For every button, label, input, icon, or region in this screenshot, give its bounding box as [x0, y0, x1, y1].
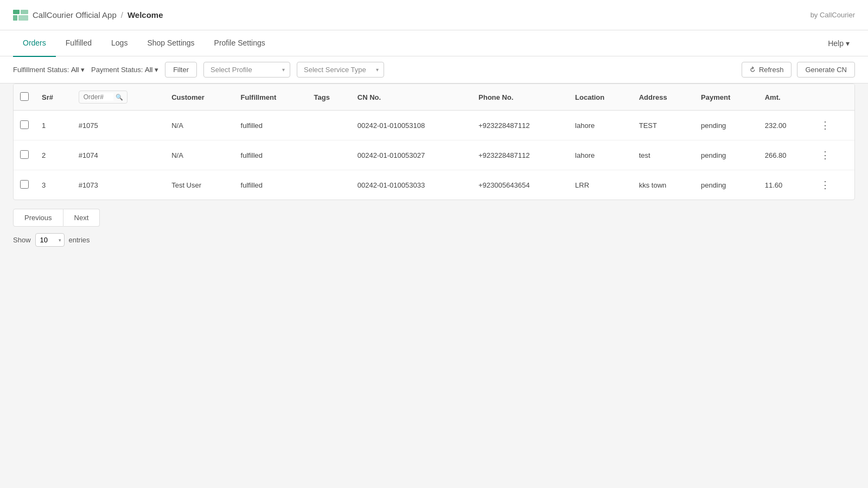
cell-tags [308, 170, 351, 200]
svg-rect-1 [21, 10, 28, 14]
col-header-phone: Phone No. [472, 84, 569, 111]
cell-sr: 3 [35, 170, 72, 200]
col-header-sr: Sr# [35, 84, 72, 111]
cell-customer: N/A [165, 111, 234, 140]
tab-profile-settings[interactable]: Profile Settings [205, 30, 275, 57]
col-header-customer: Customer [165, 84, 234, 111]
cell-amt: 266.80 [758, 140, 810, 170]
cell-actions: ⋮ [810, 170, 854, 200]
cell-cn-no: 00242-01-010053033 [351, 170, 472, 200]
refresh-button[interactable]: ↻ Refresh [742, 62, 792, 78]
help-chevron-icon: ▾ [846, 39, 850, 48]
cell-address: test [633, 140, 694, 170]
cell-actions: ⋮ [810, 111, 854, 140]
cell-fulfillment: fulfilled [234, 170, 308, 200]
cell-amt: 232.00 [758, 111, 810, 140]
col-header-fulfillment: Fulfillment [234, 84, 308, 111]
select-profile-dropdown[interactable]: Select Profile [203, 62, 290, 78]
row-checkbox-cell [14, 140, 35, 170]
orders-table-wrapper: Sr# 🔍 Customer Fulfillment Tags CN No. P… [13, 84, 855, 200]
entries-select[interactable]: 10 25 50 100 [35, 233, 65, 247]
help-label: Help [828, 39, 844, 48]
order-search-input[interactable] [84, 93, 113, 101]
cell-order: #1075 [72, 111, 165, 140]
top-header: CallCourier Official App / Welcome by Ca… [0, 0, 868, 30]
refresh-icon: ↻ [748, 65, 757, 74]
fulfillment-status-filter[interactable]: Fulfillment Status: All ▾ [13, 66, 85, 74]
entries-label: entries [69, 236, 90, 244]
next-button[interactable]: Next [63, 209, 100, 227]
cell-payment: pending [694, 140, 758, 170]
cell-cn-no: 00242-01-010053108 [351, 111, 472, 140]
row-more-button[interactable]: ⋮ [817, 118, 833, 132]
payment-status-value: All [145, 66, 152, 74]
toolbar-right: ↻ Refresh Generate CN [742, 62, 855, 78]
select-service-dropdown[interactable]: Select Service Type [297, 62, 384, 78]
svg-rect-2 [13, 15, 17, 21]
tab-logs[interactable]: Logs [101, 30, 137, 57]
row-checkbox[interactable] [20, 120, 29, 129]
cell-fulfillment: fulfilled [234, 140, 308, 170]
show-label: Show [13, 236, 31, 244]
generate-cn-button[interactable]: Generate CN [797, 62, 855, 78]
by-label: by CallCourier [810, 11, 855, 19]
tab-shop-settings[interactable]: Shop Settings [137, 30, 204, 57]
order-search-box[interactable]: 🔍 [79, 91, 127, 104]
col-header-address: Address [633, 84, 694, 111]
pagination-row: Previous Next [13, 209, 855, 227]
table-body: 1 #1075 N/A fulfilled 00242-01-010053108… [14, 111, 854, 200]
filter-button[interactable]: Filter [165, 62, 197, 78]
table-row: 3 #1073 Test User fulfilled 00242-01-010… [14, 170, 854, 200]
title-separator: / [121, 10, 123, 20]
main-content: Sr# 🔍 Customer Fulfillment Tags CN No. P… [0, 84, 868, 260]
cell-customer: Test User [165, 170, 234, 200]
svg-rect-3 [18, 15, 28, 21]
cell-sr: 1 [35, 111, 72, 140]
row-checkbox-cell [14, 170, 35, 200]
payment-chevron-icon: ▾ [155, 66, 158, 74]
select-profile-wrapper: Select Profile ▾ [203, 62, 290, 78]
orders-table: Sr# 🔍 Customer Fulfillment Tags CN No. P… [14, 84, 854, 200]
toolbar: Fulfillment Status: All ▾ Payment Status… [0, 56, 868, 84]
row-more-button[interactable]: ⋮ [817, 148, 833, 162]
payment-status-filter[interactable]: Payment Status: All ▾ [91, 66, 158, 74]
nav-tabs: Orders Fulfilled Logs Shop Settings Prof… [0, 30, 868, 56]
tab-fulfilled[interactable]: Fulfilled [56, 30, 101, 57]
cell-actions: ⋮ [810, 140, 854, 170]
app-name: CallCourier Official App [33, 10, 117, 20]
col-header-cn-no: CN No. [351, 84, 472, 111]
header-checkbox-cell [14, 84, 35, 111]
cell-sr: 2 [35, 140, 72, 170]
select-all-checkbox[interactable] [20, 92, 29, 101]
cell-tags [308, 111, 351, 140]
app-logo-icon [13, 10, 28, 21]
cell-fulfillment: fulfilled [234, 111, 308, 140]
col-header-order: 🔍 [72, 84, 165, 111]
payment-status-label: Payment Status: [91, 66, 143, 74]
entries-row: Show 10 25 50 100 ▾ entries [13, 233, 855, 247]
cell-amt: 11.60 [758, 170, 810, 200]
tab-orders[interactable]: Orders [13, 30, 56, 57]
cell-order: #1073 [72, 170, 165, 200]
table-row: 1 #1075 N/A fulfilled 00242-01-010053108… [14, 111, 854, 140]
cell-location: lahore [569, 140, 633, 170]
row-checkbox[interactable] [20, 180, 29, 189]
cell-payment: pending [694, 170, 758, 200]
col-header-actions [810, 84, 854, 111]
svg-rect-0 [13, 10, 20, 14]
search-icon: 🔍 [116, 94, 123, 101]
entries-wrapper: 10 25 50 100 ▾ [35, 233, 65, 247]
row-more-button[interactable]: ⋮ [817, 178, 833, 192]
row-checkbox-cell [14, 111, 35, 140]
select-service-wrapper: Select Service Type ▾ [297, 62, 384, 78]
col-header-location: Location [569, 84, 633, 111]
row-checkbox[interactable] [20, 150, 29, 159]
help-button[interactable]: Help ▾ [822, 36, 855, 51]
cell-phone: +923228487112 [472, 140, 569, 170]
nav-tabs-left: Orders Fulfilled Logs Shop Settings Prof… [13, 30, 275, 57]
cell-tags [308, 140, 351, 170]
table-header-row: Sr# 🔍 Customer Fulfillment Tags CN No. P… [14, 84, 854, 111]
col-header-tags: Tags [308, 84, 351, 111]
fulfillment-status-label: Fulfillment Status: [13, 66, 69, 74]
previous-button[interactable]: Previous [13, 209, 63, 227]
